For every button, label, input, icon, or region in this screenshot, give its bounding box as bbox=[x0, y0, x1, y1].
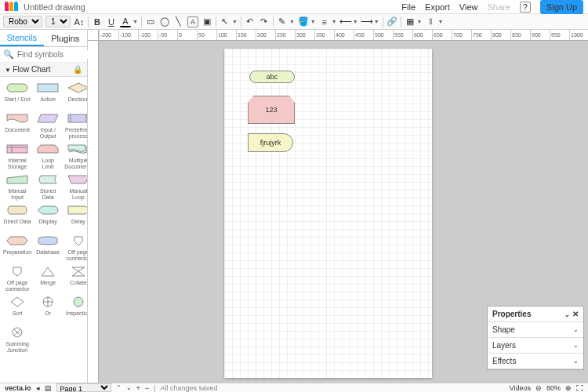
doc-title[interactable]: Untitled drawing bbox=[24, 2, 85, 12]
page-down-icon[interactable]: ⌄ bbox=[126, 384, 132, 391]
shape-off-page-connector[interactable]: Off page connector bbox=[63, 233, 87, 262]
ruler-vertical bbox=[88, 41, 99, 383]
videos-link[interactable]: Videos bbox=[510, 384, 531, 392]
text-color-button[interactable]: A bbox=[120, 16, 131, 27]
line-start[interactable]: ⟵ bbox=[340, 16, 351, 27]
tab-stencils[interactable]: Stencils bbox=[0, 30, 44, 46]
status-text: All changes saved bbox=[160, 384, 217, 392]
text-size-icon[interactable]: A↕ bbox=[74, 16, 85, 27]
close-icon[interactable]: ✕ bbox=[572, 310, 579, 318]
svg-rect-0 bbox=[7, 84, 27, 92]
shape-or[interactable]: Or bbox=[34, 294, 61, 323]
svg-marker-10 bbox=[38, 145, 58, 153]
shape-preparation[interactable]: Preparation bbox=[2, 233, 33, 262]
sidebar: Stencils Plugins 🔍 ▼ Flow Chart 🔒 Start … bbox=[0, 30, 88, 383]
svg-marker-18 bbox=[42, 267, 54, 276]
shape-collate[interactable]: Collate bbox=[63, 263, 87, 292]
shape-document[interactable]: Document bbox=[2, 111, 33, 140]
shape-manual-loop[interactable]: Manual Loop bbox=[63, 172, 87, 201]
shape-stored-data[interactable]: Stored Data bbox=[34, 172, 61, 201]
bold-button[interactable]: B bbox=[92, 16, 103, 27]
tab-plugins[interactable]: Plugins bbox=[44, 30, 88, 46]
svg-marker-19 bbox=[72, 267, 85, 276]
pen-tool[interactable]: ✎ bbox=[277, 16, 288, 27]
image-tool[interactable]: ▣ bbox=[201, 16, 212, 27]
props-title: Properties bbox=[492, 310, 531, 318]
page-select[interactable]: Page 1 bbox=[56, 383, 111, 392]
shape-merge[interactable]: Merge bbox=[34, 263, 61, 292]
shape-delay[interactable]: Delay bbox=[63, 202, 87, 231]
shape-internal-storage[interactable]: Internal Storage bbox=[2, 141, 33, 170]
props-effects[interactable]: Effects bbox=[492, 357, 516, 365]
shape-decision[interactable]: Decision bbox=[63, 80, 87, 109]
page-up-icon[interactable]: ⌃ bbox=[116, 384, 122, 391]
shape-display[interactable]: Display bbox=[34, 202, 61, 231]
shape-database[interactable]: Database bbox=[34, 233, 61, 262]
shape-loop-limit[interactable]: Loop Limit bbox=[34, 141, 61, 170]
line-end[interactable]: ⟶ bbox=[361, 16, 372, 27]
lock-icon: 🔒 bbox=[73, 65, 82, 74]
collapse-icon[interactable]: ⌄ bbox=[564, 311, 570, 318]
line-tool[interactable]: ╲ bbox=[173, 16, 184, 27]
menu-view[interactable]: View bbox=[459, 2, 478, 12]
category-header[interactable]: ▼ Flow Chart 🔒 bbox=[0, 63, 87, 77]
zoom-in-icon[interactable]: ⊕ bbox=[565, 384, 572, 392]
rect-tool[interactable]: ▭ bbox=[145, 16, 156, 27]
size-select[interactable]: 14px bbox=[45, 16, 71, 27]
help-icon[interactable]: ? bbox=[520, 2, 531, 13]
shape-summing-junction[interactable]: Summing Junction bbox=[2, 325, 33, 354]
properties-panel[interactable]: Properties⌄ ✕ Shape⌄ Layers⌄ Effects⌄ bbox=[487, 306, 584, 370]
page[interactable]: abc 123 fjrujyrk bbox=[224, 49, 432, 378]
shape-empty[interactable] bbox=[63, 325, 87, 354]
fullscreen-icon[interactable]: ⛶ bbox=[576, 384, 583, 392]
node-terminator[interactable]: abc bbox=[249, 71, 295, 83]
svg-marker-12 bbox=[68, 176, 87, 183]
canvas-area[interactable]: -200-150-100-500501001502002503003504004… bbox=[88, 30, 588, 383]
brand[interactable]: vecta.io bbox=[5, 384, 31, 392]
shape-inspection[interactable]: Inspection bbox=[63, 294, 87, 323]
svg-point-24 bbox=[74, 297, 83, 307]
shape-action[interactable]: Action bbox=[34, 80, 61, 109]
shape-input-output[interactable]: Input / Output bbox=[34, 111, 61, 140]
svg-rect-1 bbox=[38, 84, 58, 92]
text-tool[interactable]: A bbox=[187, 16, 198, 27]
node-looplimit[interactable]: 123 bbox=[248, 96, 295, 124]
shape-multiple-documents[interactable]: Multiple Documents bbox=[63, 141, 87, 170]
shape-off-page-connector[interactable]: Off page connector bbox=[2, 263, 33, 292]
props-layers[interactable]: Layers bbox=[492, 341, 516, 350]
menu-share[interactable]: Share bbox=[488, 2, 510, 12]
shape-manual-input[interactable]: Manual Input bbox=[2, 172, 33, 201]
undo-button[interactable]: ↶ bbox=[245, 16, 256, 27]
svg-marker-14 bbox=[7, 237, 27, 245]
signup-button[interactable]: Sign Up bbox=[540, 0, 583, 14]
ruler-horizontal: -200-150-100-500501001502002503003504004… bbox=[99, 30, 588, 41]
fill-tool[interactable]: 🪣 bbox=[298, 16, 309, 27]
remove-page-icon[interactable]: − bbox=[145, 384, 149, 392]
add-page-icon[interactable]: + bbox=[136, 384, 140, 392]
font-select[interactable]: Roboto bbox=[3, 16, 42, 27]
line-style[interactable]: ≡ bbox=[319, 16, 330, 27]
shape-sort[interactable]: Sort bbox=[2, 294, 33, 323]
distribute-tool[interactable]: ⫴ bbox=[426, 16, 437, 27]
pointer-tool[interactable]: ↖ bbox=[220, 16, 230, 27]
align-tool[interactable]: ▦ bbox=[405, 16, 416, 27]
link-tool[interactable]: 🔗 bbox=[387, 16, 397, 27]
zoom-out-icon[interactable]: ⊖ bbox=[535, 384, 542, 392]
svg-marker-11 bbox=[7, 176, 27, 183]
redo-button[interactable]: ↷ bbox=[259, 16, 270, 27]
menu-export[interactable]: Export bbox=[425, 2, 450, 12]
page-menu-icon[interactable]: ▤ bbox=[45, 384, 52, 392]
ellipse-tool[interactable]: ◯ bbox=[159, 16, 170, 27]
shape-direct-data[interactable]: Direct Data bbox=[2, 202, 33, 231]
zoom-level[interactable]: 80% bbox=[546, 384, 561, 392]
menu-file[interactable]: File bbox=[401, 2, 416, 12]
underline-button[interactable]: U bbox=[106, 16, 117, 27]
prev-icon[interactable]: ◂ bbox=[36, 384, 40, 392]
node-delay[interactable]: fjrujyrk bbox=[248, 133, 293, 152]
search-icon: 🔍 bbox=[3, 49, 14, 60]
svg-marker-16 bbox=[74, 237, 82, 245]
shape-empty[interactable] bbox=[34, 325, 61, 354]
shape-predefined-process[interactable]: Predefined process bbox=[63, 111, 87, 140]
shape-start-end[interactable]: Start / End bbox=[2, 80, 33, 109]
props-shape[interactable]: Shape bbox=[492, 325, 515, 334]
